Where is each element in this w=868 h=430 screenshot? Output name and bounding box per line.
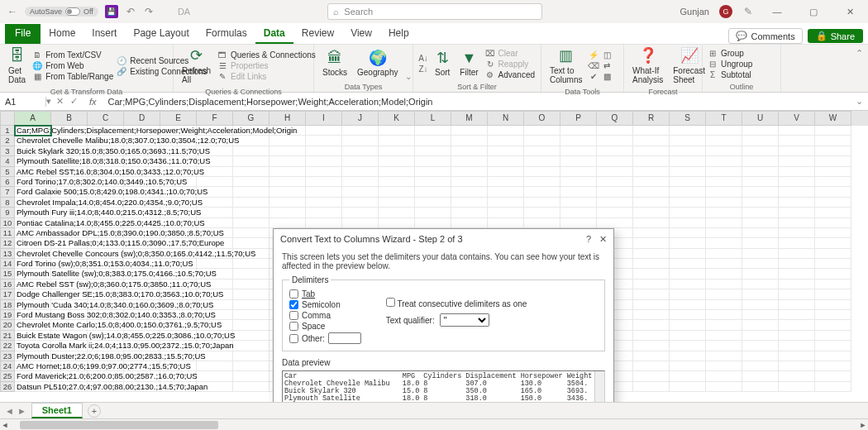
col-header[interactable]: U [742, 111, 779, 126]
cell[interactable] [197, 177, 233, 187]
cell[interactable] [779, 187, 815, 197]
cell[interactable] [415, 187, 451, 197]
col-header[interactable]: N [488, 111, 524, 126]
cell[interactable] [306, 218, 342, 228]
cell[interactable] [670, 208, 706, 217]
manage-model-button[interactable]: ▩ [602, 72, 612, 82]
cell[interactable] [342, 218, 379, 228]
cell[interactable] [706, 136, 742, 146]
cell[interactable] [379, 167, 415, 177]
cell[interactable] [597, 218, 633, 228]
cell[interactable] [306, 136, 342, 146]
cell[interactable] [742, 320, 779, 330]
row-header[interactable]: 4 [0, 156, 15, 166]
col-header[interactable]: R [633, 111, 670, 126]
cell[interactable] [451, 167, 488, 177]
collapse-ribbon-icon[interactable]: ⌃ [856, 48, 863, 59]
col-header[interactable]: E [160, 111, 197, 126]
cell[interactable]: Pontiac Catalina;14.0;8;455.0;225.0;4425… [15, 218, 51, 228]
row-header[interactable]: 8 [0, 198, 15, 208]
cell[interactable] [670, 341, 706, 351]
cell[interactable] [742, 289, 779, 299]
cell[interactable] [524, 146, 560, 156]
cell[interactable] [633, 269, 670, 279]
cell[interactable] [597, 126, 633, 136]
tab-home[interactable]: Home [41, 24, 83, 44]
cell[interactable] [379, 187, 415, 197]
cell[interactable] [670, 331, 706, 341]
cell[interactable] [560, 156, 597, 166]
cell[interactable] [742, 280, 779, 289]
col-header[interactable]: O [524, 111, 560, 126]
row-header[interactable]: 19 [0, 310, 15, 320]
cell[interactable] [306, 187, 342, 197]
cell[interactable] [269, 187, 306, 197]
cell[interactable] [706, 259, 742, 269]
cell[interactable] [488, 167, 524, 177]
cell[interactable] [415, 156, 451, 166]
cell[interactable] [815, 126, 851, 136]
cell[interactable] [524, 218, 560, 228]
scroll-right-icon[interactable]: ► [858, 421, 868, 429]
col-header[interactable]: V [779, 111, 815, 126]
cell[interactable] [451, 177, 488, 187]
treat-consecutive-checkbox[interactable]: Treat consecutive delimiters as one [386, 298, 527, 308]
accept-formula-icon[interactable]: ✓ [70, 96, 78, 107]
undo-icon[interactable]: ↶ [125, 6, 136, 17]
cell[interactable] [779, 177, 815, 187]
cell[interactable] [779, 167, 815, 177]
cell[interactable] [633, 146, 670, 156]
cell[interactable] [233, 300, 269, 310]
cell[interactable] [706, 187, 742, 197]
row-header[interactable]: 23 [0, 351, 15, 361]
cell[interactable] [670, 310, 706, 320]
cell[interactable]: AMC Hornet;18.0;6;199.0;97.00;2774.;15.5… [15, 361, 51, 371]
cell[interactable] [415, 218, 451, 228]
col-header[interactable]: B [51, 111, 88, 126]
col-header[interactable]: J [342, 111, 379, 126]
cell[interactable] [706, 177, 742, 187]
cell[interactable] [742, 187, 779, 197]
cell[interactable] [269, 177, 306, 187]
cell[interactable] [560, 177, 597, 187]
tab-insert[interactable]: Insert [83, 24, 125, 44]
cell[interactable]: Ford Torino;17.0;8;302.0;140.0;3449.;10.… [15, 177, 51, 187]
cell[interactable] [670, 167, 706, 177]
close-button[interactable]: ✕ [837, 0, 863, 23]
cell[interactable] [379, 136, 415, 146]
cell[interactable]: Car;MPG;Cylinders;Displacement;Horsepowe… [15, 126, 51, 136]
cell[interactable] [670, 289, 706, 299]
cell[interactable] [233, 187, 269, 197]
cell[interactable] [779, 310, 815, 320]
cell[interactable] [815, 289, 851, 299]
cell[interactable] [233, 156, 269, 166]
cell[interactable] [415, 126, 451, 136]
whatif-button[interactable]: ❓What-If Analysis [629, 46, 666, 86]
cell[interactable] [233, 238, 269, 248]
col-header[interactable]: D [124, 111, 160, 126]
autosave-toggle[interactable]: AutoSave Off [25, 7, 98, 17]
cell[interactable]: Plymouth Satellite;18.0;8;318.0;150.0;34… [15, 156, 51, 166]
cell[interactable]: Plymouth Duster;22.0;6;198.0;95.00;2833.… [15, 351, 51, 361]
col-header[interactable]: I [306, 111, 342, 126]
cell[interactable] [233, 361, 269, 371]
cell[interactable] [742, 167, 779, 177]
cell[interactable] [633, 208, 670, 217]
from-table-range-button[interactable]: ▦From Table/Range [32, 72, 113, 82]
cell[interactable] [670, 361, 706, 371]
cell[interactable] [342, 136, 379, 146]
cell[interactable] [342, 187, 379, 197]
cell[interactable] [779, 126, 815, 136]
cell[interactable] [779, 198, 815, 208]
cell[interactable] [633, 238, 670, 248]
cell[interactable] [633, 259, 670, 269]
cell[interactable] [779, 136, 815, 146]
cell[interactable] [633, 289, 670, 299]
cell[interactable] [742, 382, 779, 392]
row-header[interactable]: 20 [0, 320, 15, 330]
cell[interactable] [233, 208, 269, 217]
cell[interactable] [269, 218, 306, 228]
cell[interactable] [233, 146, 269, 156]
cell[interactable] [633, 331, 670, 341]
cell[interactable] [706, 280, 742, 289]
